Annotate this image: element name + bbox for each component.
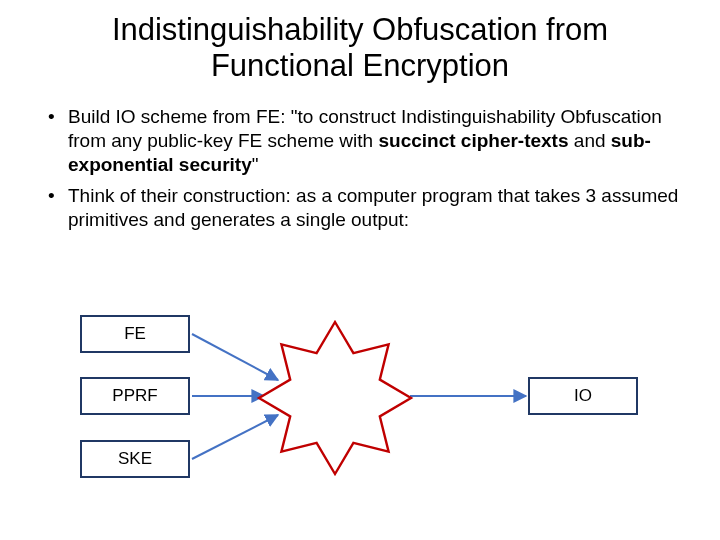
bullet-2: Think of their construction: as a comput… bbox=[40, 184, 680, 232]
bullet-1: Build IO scheme from FE: "to construct I… bbox=[40, 105, 680, 176]
input-box-ske: SKE bbox=[80, 440, 190, 478]
slide-title: Indistinguishability Obfuscation from Fu… bbox=[0, 12, 720, 83]
svg-marker-0 bbox=[259, 322, 411, 474]
input-label-ske: SKE bbox=[118, 449, 152, 469]
input-box-fe: FE bbox=[80, 315, 190, 353]
input-label-fe: FE bbox=[124, 324, 146, 344]
title-line-1: Indistinguishability Obfuscation from bbox=[112, 12, 608, 47]
input-label-pprf: PPRF bbox=[112, 386, 157, 406]
output-box-io: IO bbox=[528, 377, 638, 415]
bullet-1-bold1: succinct cipher-texts bbox=[378, 130, 568, 151]
bullet-1-suffix: " bbox=[252, 154, 259, 175]
star-burst-icon bbox=[255, 318, 415, 478]
construction-diagram: FE PPRF SKE IO bbox=[60, 300, 680, 520]
bullet-1-mid: and bbox=[569, 130, 611, 151]
output-label-io: IO bbox=[574, 386, 592, 406]
input-box-pprf: PPRF bbox=[80, 377, 190, 415]
bullet-list: Build IO scheme from FE: "to construct I… bbox=[40, 105, 680, 240]
title-line-2: Functional Encryption bbox=[211, 48, 509, 83]
slide: Indistinguishability Obfuscation from Fu… bbox=[0, 0, 720, 540]
bullet-2-text: Think of their construction: as a comput… bbox=[68, 185, 678, 230]
